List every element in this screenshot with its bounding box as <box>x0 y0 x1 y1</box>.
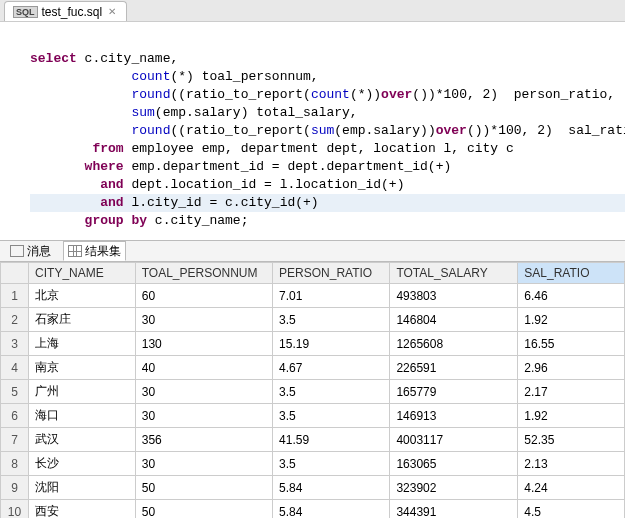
row-number[interactable]: 3 <box>1 332 29 356</box>
table-row[interactable]: 2石家庄303.51468041.92 <box>1 308 625 332</box>
cell-sal-ratio[interactable]: 1.92 <box>518 404 625 428</box>
cell-total-salary[interactable]: 226591 <box>390 356 518 380</box>
results-table[interactable]: CITY_NAME TOAL_PERSONNUM PERSON_RATIO TO… <box>0 262 625 518</box>
row-number[interactable]: 4 <box>1 356 29 380</box>
indent <box>30 123 131 138</box>
cell-total-salary[interactable]: 323902 <box>390 476 518 500</box>
cell-person-ratio[interactable]: 4.67 <box>273 356 390 380</box>
fn-sum: sum <box>131 105 154 120</box>
table-row[interactable]: 5广州303.51657792.17 <box>1 380 625 404</box>
cell-toal-personnum[interactable]: 30 <box>135 380 272 404</box>
cell-total-salary[interactable]: 493803 <box>390 284 518 308</box>
cell-toal-personnum[interactable]: 60 <box>135 284 272 308</box>
cell-sal-ratio[interactable]: 2.13 <box>518 452 625 476</box>
cell-person-ratio[interactable]: 3.5 <box>273 380 390 404</box>
cell-toal-personnum[interactable]: 30 <box>135 308 272 332</box>
cell-city-name[interactable]: 海口 <box>29 404 136 428</box>
cell-toal-personnum[interactable]: 30 <box>135 404 272 428</box>
cell-sal-ratio[interactable]: 4.5 <box>518 500 625 519</box>
cell-person-ratio[interactable]: 15.19 <box>273 332 390 356</box>
cell-sal-ratio[interactable]: 2.96 <box>518 356 625 380</box>
table-row[interactable]: 10西安505.843443914.5 <box>1 500 625 519</box>
sql-text: (emp.salary)) <box>334 123 435 138</box>
sql-file-icon: SQL <box>13 6 38 18</box>
table-row[interactable]: 3上海13015.19126560816.55 <box>1 332 625 356</box>
cell-city-name[interactable]: 西安 <box>29 500 136 519</box>
row-number[interactable]: 8 <box>1 452 29 476</box>
cell-toal-personnum[interactable]: 30 <box>135 452 272 476</box>
close-icon[interactable]: ✕ <box>106 6 118 17</box>
cell-city-name[interactable]: 长沙 <box>29 452 136 476</box>
col-toal-personnum[interactable]: TOAL_PERSONNUM <box>135 263 272 284</box>
row-number[interactable]: 9 <box>1 476 29 500</box>
table-row[interactable]: 4南京404.672265912.96 <box>1 356 625 380</box>
row-number[interactable]: 5 <box>1 380 29 404</box>
cell-sal-ratio[interactable]: 52.35 <box>518 428 625 452</box>
tab-results[interactable]: 结果集 <box>63 241 126 261</box>
sql-text: ((ratio_to_report( <box>170 87 310 102</box>
indent <box>30 105 131 120</box>
cell-city-name[interactable]: 广州 <box>29 380 136 404</box>
row-number[interactable]: 2 <box>1 308 29 332</box>
cell-total-salary[interactable]: 4003117 <box>390 428 518 452</box>
cell-city-name[interactable]: 石家庄 <box>29 308 136 332</box>
tab-messages[interactable]: 消息 <box>6 241 55 261</box>
table-row[interactable]: 6海口303.51469131.92 <box>1 404 625 428</box>
cell-person-ratio[interactable]: 41.59 <box>273 428 390 452</box>
tab-messages-label: 消息 <box>27 243 51 260</box>
row-number[interactable]: 6 <box>1 404 29 428</box>
cell-person-ratio[interactable]: 5.84 <box>273 476 390 500</box>
cell-total-salary[interactable]: 344391 <box>390 500 518 519</box>
cell-city-name[interactable]: 南京 <box>29 356 136 380</box>
row-number[interactable]: 1 <box>1 284 29 308</box>
cell-total-salary[interactable]: 163065 <box>390 452 518 476</box>
cell-toal-personnum[interactable]: 40 <box>135 356 272 380</box>
cell-person-ratio[interactable]: 3.5 <box>273 404 390 428</box>
table-row[interactable]: 7武汉35641.59400311752.35 <box>1 428 625 452</box>
cell-sal-ratio[interactable]: 4.24 <box>518 476 625 500</box>
cell-person-ratio[interactable]: 7.01 <box>273 284 390 308</box>
sql-text: (*)) <box>350 87 381 102</box>
cell-toal-personnum[interactable]: 50 <box>135 476 272 500</box>
cell-city-name[interactable]: 武汉 <box>29 428 136 452</box>
col-sal-ratio[interactable]: SAL_RATIO <box>518 263 625 284</box>
cell-total-salary[interactable]: 165779 <box>390 380 518 404</box>
cell-toal-personnum[interactable]: 356 <box>135 428 272 452</box>
table-row[interactable]: 9沈阳505.843239024.24 <box>1 476 625 500</box>
kw-select: select <box>30 51 77 66</box>
cell-sal-ratio[interactable]: 16.55 <box>518 332 625 356</box>
cell-city-name[interactable]: 沈阳 <box>29 476 136 500</box>
table-row[interactable]: 8长沙303.51630652.13 <box>1 452 625 476</box>
messages-icon <box>10 245 24 257</box>
indent <box>30 69 131 84</box>
cell-toal-personnum[interactable]: 50 <box>135 500 272 519</box>
kw-and: and <box>100 177 123 192</box>
cell-sal-ratio[interactable]: 2.17 <box>518 380 625 404</box>
results-grid-wrap[interactable]: CITY_NAME TOAL_PERSONNUM PERSON_RATIO TO… <box>0 262 625 518</box>
cell-sal-ratio[interactable]: 6.46 <box>518 284 625 308</box>
cell-sal-ratio[interactable]: 1.92 <box>518 308 625 332</box>
row-number[interactable]: 7 <box>1 428 29 452</box>
table-row[interactable]: 1北京607.014938036.46 <box>1 284 625 308</box>
fn-round: round <box>131 87 170 102</box>
cell-person-ratio[interactable]: 3.5 <box>273 308 390 332</box>
cell-person-ratio[interactable]: 5.84 <box>273 500 390 519</box>
header-row: CITY_NAME TOAL_PERSONNUM PERSON_RATIO TO… <box>1 263 625 284</box>
kw-groupby: group by <box>85 213 147 228</box>
cell-total-salary[interactable]: 1265608 <box>390 332 518 356</box>
indent <box>30 195 100 210</box>
file-tab[interactable]: SQL test_fuc.sql ✕ <box>4 1 127 21</box>
cell-total-salary[interactable]: 146913 <box>390 404 518 428</box>
cell-total-salary[interactable]: 146804 <box>390 308 518 332</box>
col-city-name[interactable]: CITY_NAME <box>29 263 136 284</box>
cell-city-name[interactable]: 北京 <box>29 284 136 308</box>
cell-toal-personnum[interactable]: 130 <box>135 332 272 356</box>
col-person-ratio[interactable]: PERSON_RATIO <box>273 263 390 284</box>
row-number[interactable]: 10 <box>1 500 29 519</box>
col-total-salary[interactable]: TOTAL_SALARY <box>390 263 518 284</box>
tab-results-label: 结果集 <box>85 243 121 260</box>
sql-editor[interactable]: select c.city_name, count(*) toal_person… <box>0 22 625 240</box>
cell-person-ratio[interactable]: 3.5 <box>273 452 390 476</box>
cell-city-name[interactable]: 上海 <box>29 332 136 356</box>
corner-cell <box>1 263 29 284</box>
